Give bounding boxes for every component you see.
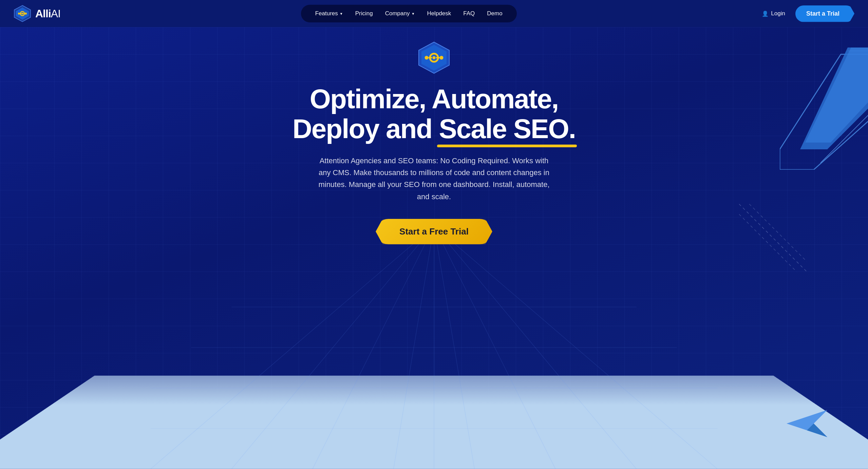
user-icon: 👤 bbox=[762, 11, 769, 17]
nav-pricing[interactable]: Pricing bbox=[351, 8, 378, 19]
chevron-down-icon: ▼ bbox=[411, 12, 415, 16]
nav-company[interactable]: Company ▼ bbox=[380, 8, 420, 19]
hero-section: Optimize, Automate, Deploy and Scale SEO… bbox=[0, 27, 868, 469]
navbar: AlliAI Features ▼ Pricing Company ▼ Help… bbox=[0, 0, 868, 27]
hero-title: Optimize, Automate, Deploy and Scale SEO… bbox=[293, 84, 575, 144]
hero-logo bbox=[293, 41, 575, 84]
hero-content: Optimize, Automate, Deploy and Scale SEO… bbox=[293, 41, 575, 244]
hero-subtitle: Attention Agencies and SEO teams: No Cod… bbox=[315, 155, 553, 203]
svg-point-4 bbox=[18, 13, 20, 15]
svg-point-14 bbox=[433, 56, 436, 59]
svg-point-3 bbox=[22, 13, 23, 15]
nav-menu: Features ▼ Pricing Company ▼ Helpdesk FA… bbox=[301, 5, 517, 22]
chevron-down-icon: ▼ bbox=[340, 12, 343, 16]
decorative-shapes-right bbox=[780, 48, 868, 171]
start-trial-button[interactable]: Start a Trial bbox=[795, 5, 854, 22]
nav-demo[interactable]: Demo bbox=[482, 8, 507, 19]
perspective-grid bbox=[0, 226, 868, 469]
logo-icon bbox=[14, 5, 31, 22]
nav-faq[interactable]: FAQ bbox=[458, 8, 479, 19]
nav-helpdesk[interactable]: Helpdesk bbox=[422, 8, 456, 19]
login-button[interactable]: 👤 Login bbox=[757, 7, 790, 20]
svg-point-5 bbox=[25, 13, 27, 15]
logo[interactable]: AlliAI bbox=[14, 5, 60, 22]
svg-point-15 bbox=[425, 56, 429, 60]
brand-name: AlliAI bbox=[35, 7, 60, 20]
nav-features[interactable]: Features ▼ bbox=[310, 8, 348, 19]
free-trial-button[interactable]: Start a Free Trial bbox=[376, 219, 492, 244]
nav-actions: 👤 Login Start a Trial bbox=[757, 5, 854, 22]
svg-point-16 bbox=[440, 56, 444, 60]
paper-plane-decoration bbox=[787, 407, 827, 442]
